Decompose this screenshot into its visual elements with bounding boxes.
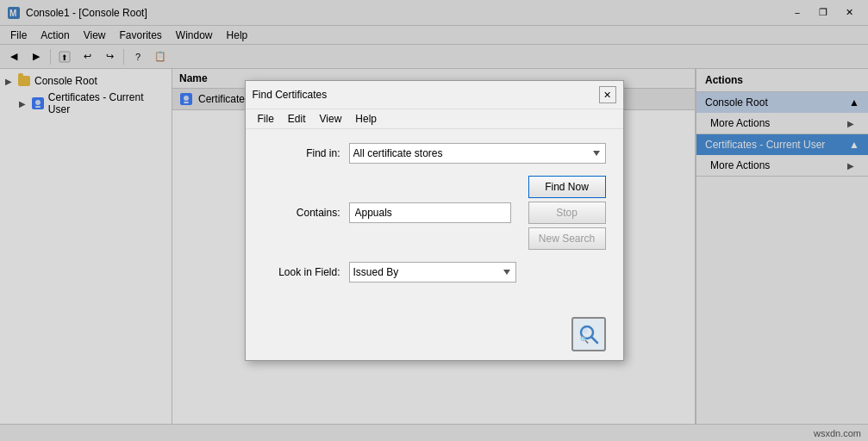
contains-row: Contains: Find Now Stop New Search bbox=[263, 176, 606, 250]
dialog-body: Find in: All certificate stores Personal… bbox=[246, 129, 623, 308]
look-in-select[interactable]: Issued By Subject Issuer Serial Number T… bbox=[349, 262, 516, 283]
svg-text:🔍: 🔍 bbox=[580, 335, 589, 344]
contains-input[interactable] bbox=[349, 202, 511, 223]
find-in-row: Find in: All certificate stores Personal… bbox=[263, 143, 606, 164]
find-certificates-dialog: Find Certificates ✕ File Edit View Help … bbox=[245, 80, 624, 361]
look-in-row: Look in Field: Issued By Subject Issuer … bbox=[263, 262, 606, 283]
dialog-menu-file[interactable]: File bbox=[251, 111, 281, 127]
find-in-label: Find in: bbox=[263, 147, 340, 159]
dialog-menu-bar: File Edit View Help bbox=[246, 109, 623, 129]
dialog-menu-view[interactable]: View bbox=[313, 111, 349, 127]
stop-button[interactable]: Stop bbox=[528, 202, 606, 224]
svg-point-12 bbox=[583, 328, 588, 333]
dialog-title: Find Certificates bbox=[253, 89, 328, 101]
svg-line-11 bbox=[591, 337, 597, 343]
search-icon: 🔍 bbox=[577, 322, 601, 346]
find-now-button[interactable]: Find Now bbox=[528, 176, 606, 198]
new-search-button[interactable]: New Search bbox=[528, 227, 606, 250]
dialog-close-button[interactable]: ✕ bbox=[599, 86, 616, 103]
find-in-select[interactable]: All certificate stores Personal Trusted … bbox=[349, 143, 606, 164]
dialog-btn-group: Find Now Stop New Search bbox=[528, 176, 606, 250]
contains-input-group bbox=[349, 202, 511, 223]
dialog-menu-help[interactable]: Help bbox=[348, 111, 384, 127]
look-in-label: Look in Field: bbox=[263, 266, 340, 278]
search-icon-box: 🔍 bbox=[571, 317, 606, 351]
dialog-title-bar: Find Certificates ✕ bbox=[246, 81, 623, 109]
dialog-footer: 🔍 bbox=[246, 308, 623, 360]
dialog-menu-edit[interactable]: Edit bbox=[281, 111, 313, 127]
contains-label: Contains: bbox=[263, 207, 340, 219]
modal-overlay: Find Certificates ✕ File Edit View Help … bbox=[0, 0, 868, 441]
